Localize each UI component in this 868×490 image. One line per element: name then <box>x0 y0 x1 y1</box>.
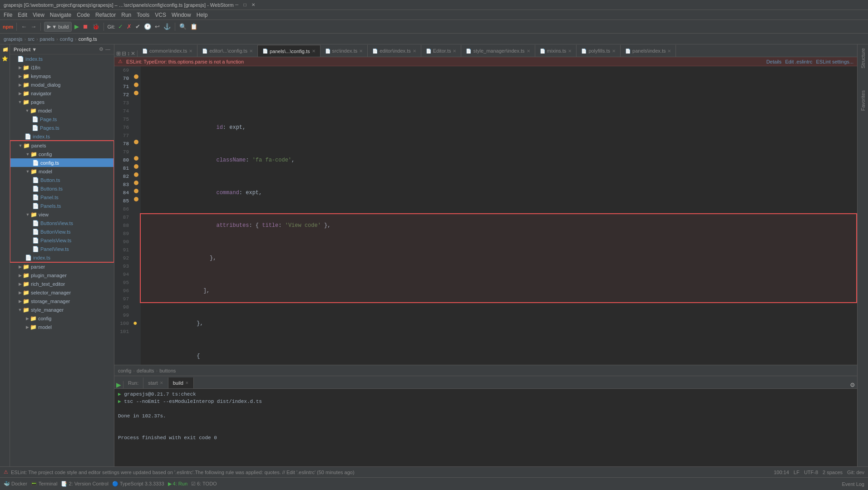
tree-item-storage-manager[interactable]: ▶ 📁 storage_manager <box>10 297 114 305</box>
status-git-branch[interactable]: Git: dev <box>847 470 864 475</box>
tree-item-modal-dialog[interactable]: ▶ 📁 modal_dialog <box>10 80 114 89</box>
status-linesep[interactable]: LF <box>794 470 799 475</box>
favorites-icon[interactable]: ⭐ <box>2 56 8 62</box>
tab-common-index[interactable]: 📄 common\index.ts ✕ <box>138 45 197 57</box>
tree-item-button-ts[interactable]: 📄 Button.ts <box>10 176 113 184</box>
taskbar-docker[interactable]: 🐳 Docker <box>4 481 27 487</box>
tree-item-config-ts[interactable]: 📄 config.ts <box>10 158 113 167</box>
menu-view[interactable]: View <box>33 12 44 18</box>
tree-item-i18n[interactable]: ▶ 📁 i18n <box>10 63 114 72</box>
tree-item-panel-view-ts[interactable]: 📄 PanelView.ts <box>10 245 113 253</box>
tab-toolbar-icon1[interactable]: ⊞ <box>116 50 121 57</box>
tree-item-navigator[interactable]: ▶ 📁 navigator <box>10 89 114 98</box>
tree-item-keymaps[interactable]: ▶ 📁 keymaps <box>10 72 114 80</box>
project-icon[interactable]: 📁 <box>2 47 8 53</box>
menu-refactor[interactable]: Refactor <box>95 12 116 18</box>
toolbar-search-button[interactable]: 🔍 <box>178 22 187 31</box>
tab-close-icon[interactable]: ✕ <box>612 49 616 54</box>
menu-run[interactable]: Run <box>121 12 131 18</box>
tree-item-panels[interactable]: ▼ 📁 panels <box>10 141 113 150</box>
maximize-button[interactable]: □ <box>242 2 248 8</box>
toolbar-git-x[interactable]: ✗ <box>126 22 133 31</box>
run-play-icon[interactable]: ▶ <box>116 381 121 388</box>
tab-close-icon[interactable]: ✕ <box>312 49 316 54</box>
menu-vcs[interactable]: VCS <box>155 12 166 18</box>
toolbar-git-time[interactable]: 🕐 <box>143 22 152 31</box>
status-encoding[interactable]: UTF-8 <box>804 470 818 475</box>
run-tab-build[interactable]: build ✕ <box>168 377 194 388</box>
nav-panels[interactable]: panels <box>40 36 54 42</box>
tree-item-panels-index-ts[interactable]: 📄 index.ts <box>10 253 113 262</box>
toolbar-git-check[interactable]: ✓ <box>117 22 124 31</box>
tree-item-pages-index[interactable]: 📄 index.ts <box>10 132 114 141</box>
menu-file[interactable]: File <box>4 12 12 18</box>
tree-item-plugin-manager[interactable]: ▶ 📁 plugin_manager <box>10 271 114 279</box>
toolbar-git-anchor[interactable]: ⚓ <box>163 22 172 31</box>
edit-eslintrc-link[interactable]: Edit .eslintrc <box>785 59 813 64</box>
bc-config[interactable]: config <box>118 368 131 373</box>
taskbar-todo[interactable]: ☑ 6: TODO <box>191 481 217 487</box>
menu-navigate[interactable]: Navigate <box>50 12 71 18</box>
tree-item-index-root[interactable]: 📄 index.ts <box>10 54 114 63</box>
taskbar-version-control[interactable]: 📑 2: Version Control <box>61 481 108 487</box>
menu-tools[interactable]: Tools <box>137 12 149 18</box>
status-position[interactable]: 100:14 <box>774 470 789 475</box>
tab-close-icon[interactable]: ✕ <box>249 49 253 54</box>
tree-item-pages[interactable]: ▼ 📁 pages <box>10 98 114 106</box>
status-indent[interactable]: 2 spaces <box>823 470 843 475</box>
menu-edit[interactable]: Edit <box>18 12 27 18</box>
tree-item-panels-ts[interactable]: 📄 Panels.ts <box>10 201 113 210</box>
tab-close-icon[interactable]: ✕ <box>667 49 671 54</box>
toolbar-git-undo[interactable]: ↩ <box>154 22 161 31</box>
tree-item-page-ts[interactable]: 📄 Page.ts <box>10 115 114 123</box>
toolbar-forward-button[interactable]: → <box>30 22 37 31</box>
tab-close-icon[interactable]: ✕ <box>568 49 572 54</box>
tree-item-rich-text-editor[interactable]: ▶ 📁 rich_text_editor <box>10 279 114 288</box>
tab-editor-ts[interactable]: 📄 Editor.ts ✕ <box>421 45 462 57</box>
tab-close-icon[interactable]: ✕ <box>189 49 192 54</box>
minimize-button[interactable]: ─ <box>234 2 240 8</box>
tab-toolbar-icon4[interactable]: ✕ <box>131 50 135 57</box>
tree-item-pages-model[interactable]: ▼ 📁 model <box>10 106 114 115</box>
tab-style-manager[interactable]: 📄 style_manager\index.ts ✕ <box>461 45 535 57</box>
tab-toolbar-icon2[interactable]: ⊟ <box>122 50 126 57</box>
run-tab-start[interactable]: start ✕ <box>143 377 168 388</box>
run-tab-start-close[interactable]: ✕ <box>160 381 163 385</box>
nav-config-ts[interactable]: config.ts <box>79 36 97 42</box>
taskbar-typescript[interactable]: 🔵 TypeScript 3.3.3333 <box>112 481 164 487</box>
menu-code[interactable]: Code <box>77 12 90 18</box>
nav-src[interactable]: src <box>28 36 35 42</box>
nav-grapesjs[interactable]: grapesjs <box>4 36 23 42</box>
toolbar-more-button[interactable]: 📋 <box>189 22 198 31</box>
tab-close-icon[interactable]: ✕ <box>453 49 456 54</box>
close-button[interactable]: ✕ <box>250 2 256 8</box>
tree-item-parser[interactable]: ▶ 📁 parser <box>10 262 114 271</box>
tab-close-icon[interactable]: ✕ <box>359 49 363 54</box>
bc-buttons[interactable]: buttons <box>159 368 176 373</box>
sidebar-settings-icon[interactable]: ⚙ <box>99 46 104 52</box>
code-content[interactable]: id: expt, className: 'fa fa-code', comma… <box>141 66 857 365</box>
toolbar-run-button[interactable]: ▶ <box>74 22 80 31</box>
tab-panels-config[interactable]: 📄 panels\...\config.ts ✕ <box>258 45 321 57</box>
taskbar-terminal[interactable]: 📟 Terminal <box>31 481 57 487</box>
tree-item-style-config[interactable]: ▶ 📁 config <box>10 314 114 323</box>
right-icon-2[interactable]: Favorites <box>860 90 866 111</box>
tree-item-buttons-view-ts[interactable]: 📄 ButtonsView.ts <box>10 219 113 227</box>
menu-help[interactable]: Help <box>197 12 208 18</box>
right-icon-1[interactable]: Structure <box>860 48 866 69</box>
tab-polyfills[interactable]: 📄 polyfills.ts ✕ <box>577 45 621 57</box>
status-eslint-message[interactable]: ESLint: The project code style and edito… <box>11 470 355 475</box>
toolbar-back-button[interactable]: ← <box>20 22 28 31</box>
tree-item-style-model[interactable]: ▶ 📁 model <box>10 323 114 331</box>
tab-close-icon[interactable]: ✕ <box>527 49 530 54</box>
toolbar-stop-button[interactable]: ⏹ <box>82 22 89 31</box>
tree-item-panels-config[interactable]: ▼ 📁 config <box>10 150 113 158</box>
nav-config[interactable]: config <box>60 36 73 42</box>
run-tab-build-close[interactable]: ✕ <box>185 381 189 385</box>
toolbar-git-tick[interactable]: ✔ <box>134 22 141 31</box>
tab-src-index[interactable]: 📄 src\index.ts ✕ <box>321 45 368 57</box>
tab-toolbar-icon3[interactable]: ↕ <box>127 50 130 57</box>
run-settings-icon[interactable]: ⚙ <box>850 382 855 388</box>
tab-editor-index[interactable]: 📄 editor\index.ts ✕ <box>368 45 421 57</box>
tree-item-panels-view-ts[interactable]: 📄 PanelsView.ts <box>10 236 113 245</box>
